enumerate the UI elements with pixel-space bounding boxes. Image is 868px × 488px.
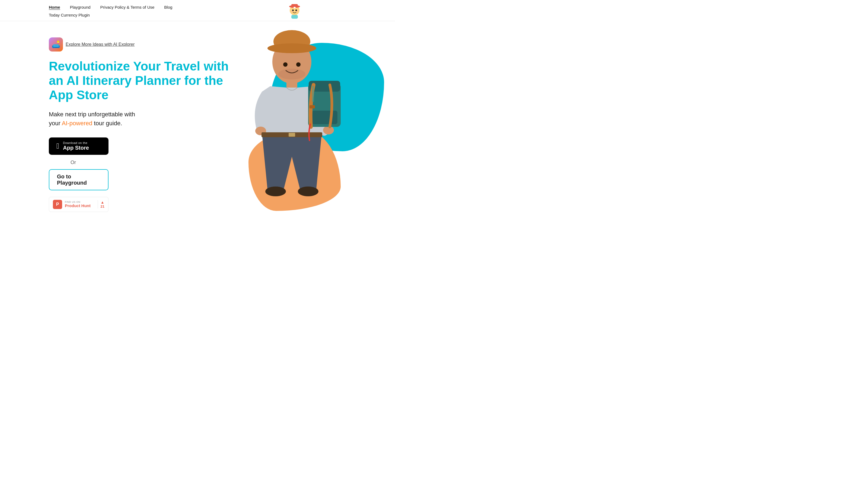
svg-point-15 bbox=[278, 69, 305, 79]
nav-link-playground[interactable]: Playground bbox=[70, 5, 91, 9]
ph-find-us-label: FIND US ON bbox=[65, 201, 95, 203]
hero-title: Revolutionize Your Travel with an AI Iti… bbox=[49, 59, 233, 102]
svg-point-3 bbox=[293, 7, 296, 8]
appstore-large-text: App Store bbox=[63, 144, 89, 151]
svg-point-12 bbox=[268, 43, 316, 53]
download-appstore-button[interactable]:  Download on the App Store bbox=[49, 137, 108, 155]
nav-link-blog[interactable]: Blog bbox=[164, 5, 172, 9]
svg-rect-16 bbox=[286, 79, 297, 88]
nav-link-home[interactable]: Home bbox=[49, 5, 60, 9]
svg-rect-8 bbox=[291, 15, 298, 19]
nav-row2: Today Currency Plugin bbox=[49, 13, 384, 18]
hero-image bbox=[219, 21, 381, 211]
svg-point-13 bbox=[283, 62, 287, 67]
svg-rect-25 bbox=[312, 110, 337, 124]
svg-point-18 bbox=[323, 126, 334, 134]
svg-rect-27 bbox=[312, 86, 314, 102]
svg-point-21 bbox=[265, 187, 286, 196]
go-to-playground-button[interactable]: Go to Playground bbox=[49, 169, 108, 190]
appstore-button-text: Download on the App Store bbox=[63, 141, 89, 151]
svg-rect-20 bbox=[289, 133, 295, 137]
ph-arrow-icon: ▲ bbox=[101, 200, 104, 204]
nav-link-currency[interactable]: Today Currency Plugin bbox=[49, 13, 90, 18]
hero-subtitle: Make next trip unforgettable with your A… bbox=[49, 110, 233, 128]
ph-logo: P bbox=[53, 200, 62, 209]
ph-text-block: FIND US ON Product Hunt bbox=[65, 201, 95, 208]
ph-count-block: ▲ 21 bbox=[98, 200, 104, 208]
ph-name-label: Product Hunt bbox=[65, 203, 95, 208]
hero-section: 🛋️ Explore More Ideas with AI Explorer R… bbox=[0, 21, 395, 223]
ai-explorer-icon: 🛋️ bbox=[49, 37, 63, 52]
hero-subtitle-highlight: AI-powered bbox=[62, 120, 93, 127]
product-hunt-button[interactable]: P FIND US ON Product Hunt ▲ 21 bbox=[49, 197, 108, 212]
svg-point-7 bbox=[297, 10, 298, 12]
svg-point-6 bbox=[291, 10, 293, 12]
ai-explorer-badge: 🛋️ Explore More Ideas with AI Explorer bbox=[49, 37, 233, 52]
apple-icon:  bbox=[56, 142, 59, 151]
ai-explorer-link[interactable]: Explore More Ideas with AI Explorer bbox=[66, 42, 134, 47]
svg-rect-26 bbox=[310, 105, 315, 108]
svg-point-22 bbox=[298, 187, 318, 196]
ph-count-value: 21 bbox=[101, 204, 104, 208]
navigation: Home Playground Privacy Policy & Terms o… bbox=[0, 0, 395, 21]
nav-links-row: Home Playground Privacy Policy & Terms o… bbox=[49, 5, 172, 9]
traveler-illustration bbox=[229, 27, 371, 211]
or-divider: Or bbox=[70, 160, 233, 165]
site-logo[interactable] bbox=[286, 3, 303, 20]
hero-subtitle-end: tour guide. bbox=[92, 120, 122, 127]
nav-link-privacy[interactable]: Privacy Policy & Terms of Use bbox=[100, 5, 155, 9]
svg-point-14 bbox=[296, 62, 301, 67]
appstore-small-text: Download on the bbox=[63, 141, 89, 144]
playground-button-label: Go to Playground bbox=[57, 173, 100, 186]
hero-left: 🛋️ Explore More Ideas with AI Explorer R… bbox=[49, 32, 233, 212]
